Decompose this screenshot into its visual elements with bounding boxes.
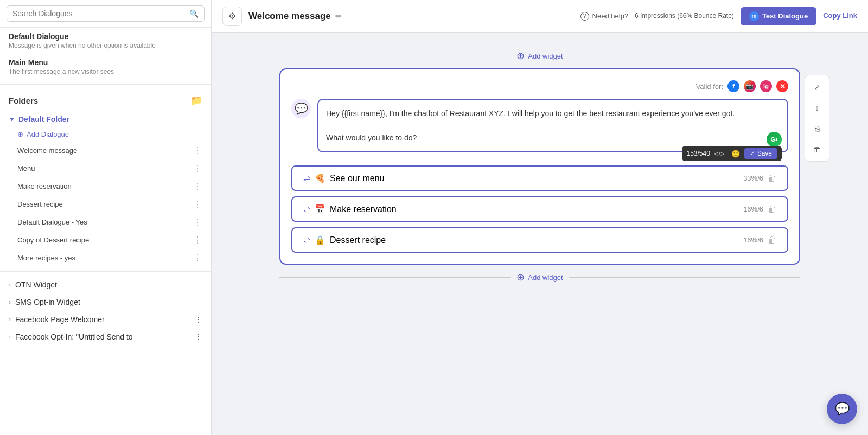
copy-btn[interactable]: ⎘ bbox=[808, 120, 826, 137]
test-dialogue-button[interactable]: m Test Dialogue bbox=[741, 7, 816, 25]
sidebar: 🔍 Default Dialogue Message is given when… bbox=[0, 0, 212, 435]
delete-reply-btn[interactable]: 🗑 bbox=[768, 174, 776, 183]
dialogue-item-welcome[interactable]: Welcome message ⋮ bbox=[0, 142, 211, 159]
close-channel-icon[interactable]: ✕ bbox=[776, 80, 788, 92]
main-menu-subtitle: The first message a new visitor sees bbox=[9, 68, 202, 75]
chevron-right-icon: › bbox=[9, 298, 11, 306]
emoji-btn[interactable]: 🙂 bbox=[729, 149, 742, 159]
copy-link-label: Copy Link bbox=[823, 11, 857, 21]
chevron-right-icon: › bbox=[9, 316, 11, 323]
more-options-icon[interactable]: ⋮ bbox=[193, 199, 202, 209]
folder-group-label: Facebook Opt-In: "Untitled Send to bbox=[15, 332, 133, 341]
search-input[interactable] bbox=[12, 9, 185, 18]
default-folder-label: Default Folder bbox=[18, 115, 69, 124]
divider-line bbox=[279, 56, 511, 56]
messenger-icon: m bbox=[749, 11, 759, 21]
code-view-btn[interactable]: </> bbox=[712, 149, 727, 159]
search-icon: 🔍 bbox=[189, 9, 199, 18]
default-dialogue-title: Default Dialogue bbox=[9, 32, 202, 41]
more-options-icon[interactable]: ⋮ bbox=[195, 315, 202, 324]
delete-reply-btn[interactable]: 🗑 bbox=[768, 235, 776, 245]
gear-icon: ⚙ bbox=[228, 11, 236, 21]
chevron-right-icon: › bbox=[9, 333, 11, 341]
folder-group-otn[interactable]: › OTN Widget bbox=[0, 276, 211, 293]
more-options-icon[interactable]: ⋮ bbox=[193, 253, 202, 263]
message-area: 💬 Hey {{first name}}, I'm the chatbot of… bbox=[291, 99, 788, 152]
chat-widget-icon: 💬 bbox=[835, 402, 850, 416]
reply-btn-label: Make reservation bbox=[330, 204, 397, 214]
edit-icon[interactable]: ✏ bbox=[335, 12, 342, 21]
widget-card: ⤢ ↕ ⎘ 🗑 Valid for: f 📷 ig ✕ 💬 Hey {{firs… bbox=[279, 68, 800, 265]
dialogue-name: Make reservation bbox=[17, 182, 72, 190]
facebook-messenger-icon: f bbox=[727, 80, 739, 92]
reply-btn-see-menu[interactable]: ⇌ 🍕 See our menu 33%/6 🗑 bbox=[291, 165, 788, 191]
move-up-btn[interactable]: ↕ bbox=[808, 99, 826, 117]
dialogue-item-menu[interactable]: Menu ⋮ bbox=[0, 159, 211, 177]
sidebar-item-main-menu[interactable]: Main Menu The first message a new visito… bbox=[0, 54, 211, 80]
dialogue-item-make-reservation[interactable]: Make reservation ⋮ bbox=[0, 177, 211, 195]
more-options-icon[interactable]: ⋮ bbox=[193, 145, 202, 156]
reply-btn-make-reservation[interactable]: ⇌ 📅 Make reservation 16%/6 🗑 bbox=[291, 196, 788, 222]
copy-link-btn[interactable]: Copy Link bbox=[823, 11, 857, 21]
delete-reply-btn[interactable]: 🗑 bbox=[768, 204, 776, 214]
dialogue-name: Menu bbox=[17, 164, 35, 172]
chat-widget-button[interactable]: 💬 bbox=[827, 394, 857, 424]
main-content: ⚙ Welcome message ✏ ? Need help? 6 Impre… bbox=[212, 0, 868, 435]
add-widget-top-btn[interactable]: ⊕ Add widget bbox=[516, 50, 563, 62]
reply-buttons-list: ⇌ 🍕 See our menu 33%/6 🗑 ⇌ 📅 Make reserv… bbox=[291, 165, 788, 253]
default-folder[interactable]: ▼ Default Folder bbox=[0, 112, 211, 127]
reply-btn-stats: 33%/6 🗑 bbox=[743, 174, 776, 183]
more-options-icon[interactable]: ⋮ bbox=[193, 235, 202, 245]
more-options-icon[interactable]: ⋮ bbox=[193, 181, 202, 191]
folders-label: Folders bbox=[9, 96, 38, 105]
search-bar: 🔍 bbox=[0, 0, 211, 28]
add-dialogue-label: Add Dialogue bbox=[27, 130, 69, 138]
reply-btn-stat-value: 33%/6 bbox=[743, 174, 763, 182]
add-dialogue-btn[interactable]: ⊕ Add Dialogue bbox=[0, 127, 211, 142]
dialogue-name: Welcome message bbox=[17, 146, 77, 155]
add-widget-label: Add widget bbox=[528, 52, 563, 60]
divider-line bbox=[279, 277, 511, 278]
reply-btn-stat-value: 16%/6 bbox=[743, 236, 763, 244]
instagram-direct-icon: ig bbox=[760, 80, 772, 92]
settings-button[interactable]: ⚙ bbox=[222, 7, 242, 26]
save-button[interactable]: ✓ Save bbox=[744, 148, 777, 159]
more-options-icon[interactable]: ⋮ bbox=[193, 217, 202, 227]
folder-group-fb-welcomer[interactable]: › Facebook Page Welcomer ⋮ bbox=[0, 311, 211, 328]
sidebar-item-default-dialogue[interactable]: Default Dialogue Message is given when n… bbox=[0, 28, 211, 54]
reply-btn-emoji: 📅 bbox=[315, 204, 326, 214]
more-options-icon[interactable]: ⋮ bbox=[195, 332, 202, 341]
question-icon: ? bbox=[580, 12, 589, 21]
side-toolbar: ⤢ ↕ ⎘ 🗑 bbox=[805, 75, 829, 162]
dialogue-item-default-yes[interactable]: Default Dialogue - Yes ⋮ bbox=[0, 213, 211, 231]
main-menu-title: Main Menu bbox=[9, 58, 202, 67]
reply-btn-stats: 16%/6 🗑 bbox=[743, 235, 776, 245]
add-widget-bottom: ⊕ Add widget bbox=[279, 271, 800, 283]
expand-btn[interactable]: ⤢ bbox=[808, 79, 826, 96]
add-widget-bottom-btn[interactable]: ⊕ Add widget bbox=[516, 271, 563, 283]
folder-group-label: Facebook Page Welcomer bbox=[15, 315, 105, 324]
char-count: 153/540 bbox=[686, 150, 710, 157]
reply-btn-stat-value: 16%/6 bbox=[743, 205, 763, 213]
dialogue-item-dessert-recipe[interactable]: Dessert recipe ⋮ bbox=[0, 195, 211, 213]
need-help-btn[interactable]: ? Need help? bbox=[580, 12, 629, 21]
header: ⚙ Welcome message ✏ ? Need help? 6 Impre… bbox=[212, 0, 868, 33]
dialogue-item-more-recipes[interactable]: More recipes - yes ⋮ bbox=[0, 249, 211, 267]
folder-group-sms[interactable]: › SMS Opt-in Widget bbox=[0, 293, 211, 311]
chevron-down-icon: ▼ bbox=[9, 116, 15, 123]
dialogue-name: Copy of Dessert recipe bbox=[17, 236, 89, 244]
add-folder-icon[interactable]: 📁 bbox=[190, 94, 202, 106]
page-title-text: Welcome message bbox=[248, 11, 331, 22]
dialogue-name: More recipes - yes bbox=[17, 254, 75, 262]
reply-btn-dessert-recipe[interactable]: ⇌ 🔒 Dessert recipe 16%/6 🗑 bbox=[291, 227, 788, 253]
branch-icon: ⇌ bbox=[303, 204, 310, 214]
add-widget-top: ⊕ Add widget bbox=[279, 50, 800, 62]
delete-btn[interactable]: 🗑 bbox=[808, 140, 826, 158]
folder-group-fb-optin[interactable]: › Facebook Opt-In: "Untitled Send to ⋮ bbox=[0, 328, 211, 346]
message-toolbar: 153/540 </> 🙂 ✓ Save bbox=[682, 146, 782, 161]
message-text-input[interactable]: Hey {{first name}}, I'm the chatbot of R… bbox=[326, 107, 780, 144]
more-options-icon[interactable]: ⋮ bbox=[193, 163, 202, 174]
dialogue-item-copy-dessert[interactable]: Copy of Dessert recipe ⋮ bbox=[0, 231, 211, 249]
valid-for-row: Valid for: f 📷 ig ✕ bbox=[291, 80, 788, 92]
instagram-icon: 📷 bbox=[744, 80, 756, 92]
